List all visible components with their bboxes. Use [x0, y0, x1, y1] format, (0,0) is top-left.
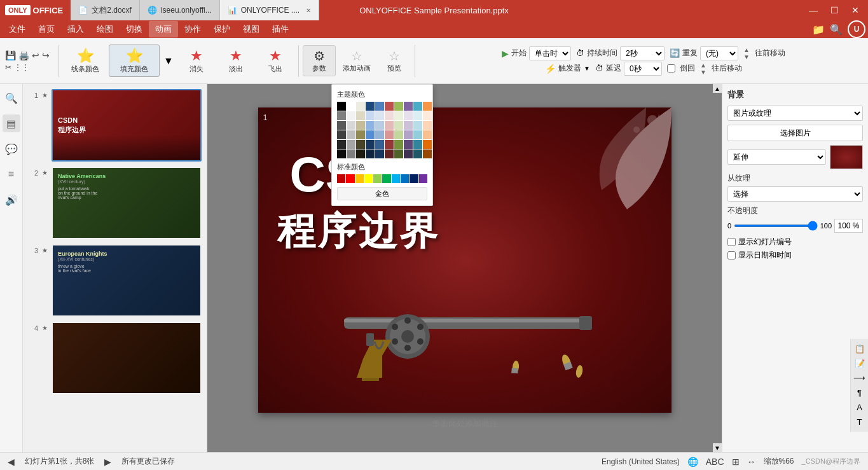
theme-color-cell[interactable] [413, 102, 422, 111]
theme-color-cell[interactable] [394, 102, 403, 111]
theme-color-cell[interactable] [404, 140, 413, 149]
standard-color-cell[interactable] [401, 174, 409, 183]
theme-color-cell[interactable] [375, 121, 384, 130]
undo-icon[interactable]: ↩ [32, 50, 39, 60]
select-image-btn[interactable]: 选择图片 [727, 125, 863, 141]
theme-color-cell[interactable] [337, 111, 346, 120]
theme-color-cell[interactable] [394, 121, 403, 130]
standard-color-cell[interactable] [355, 174, 364, 183]
tab-close-icon[interactable]: ✕ [306, 7, 311, 14]
minimize-button[interactable]: — [805, 5, 822, 15]
sidebar-header-icon[interactable]: ≡ [3, 165, 20, 183]
delay-select[interactable]: 0秒 [624, 62, 662, 76]
theme-color-cell[interactable] [366, 111, 375, 120]
theme-color-cell[interactable] [394, 130, 403, 139]
theme-color-cell[interactable] [375, 140, 384, 149]
slide-item-4[interactable]: 4 ★ [28, 322, 202, 394]
fill-color-btn[interactable]: ⭐ 填充颜色 [109, 45, 160, 77]
menu-draw[interactable]: 绘图 [90, 21, 120, 38]
right-panel-icon-4[interactable]: ¶ [857, 388, 862, 397]
theme-color-cell[interactable] [375, 149, 384, 158]
spellcheck-icon[interactable]: ABC [706, 457, 724, 467]
theme-color-cell[interactable] [347, 149, 355, 158]
opacity-input[interactable] [834, 219, 863, 233]
fill-type-select[interactable]: 图片或纹理 [727, 106, 863, 121]
theme-color-cell[interactable] [413, 121, 422, 130]
theme-color-cell[interactable] [337, 149, 346, 158]
theme-color-cell[interactable] [404, 121, 413, 130]
theme-color-cell[interactable] [423, 111, 432, 120]
print-icon[interactable]: 🖨️ [18, 50, 29, 60]
theme-color-cell[interactable] [366, 130, 375, 139]
theme-color-cell[interactable] [347, 121, 355, 130]
redo-icon[interactable]: ↪ [42, 50, 50, 60]
theme-color-cell[interactable] [337, 140, 346, 149]
theme-color-cell[interactable] [423, 121, 432, 130]
sidebar-chat-icon[interactable]: 💬 [3, 140, 20, 158]
theme-color-cell[interactable] [356, 130, 365, 139]
close-button[interactable]: ✕ [848, 5, 863, 15]
tab-web[interactable]: 🌐 iseeu.onlyoffi... [140, 0, 220, 20]
preview-btn[interactable]: ☆ 预览 [378, 45, 411, 76]
duration-select[interactable]: 2秒 [620, 46, 665, 60]
slide-item-2[interactable]: 2 ★ Native Americans (XVII century) put … [28, 167, 202, 239]
theme-color-cell[interactable] [385, 130, 394, 139]
sidebar-search-icon[interactable]: 🔍 [3, 89, 20, 107]
scroll-down-btn[interactable]: ▼ [713, 443, 722, 452]
standard-color-cell[interactable] [382, 174, 390, 183]
sidebar-speaker-icon[interactable]: 🔊 [3, 191, 20, 209]
theme-color-cell[interactable] [404, 111, 413, 120]
theme-color-cell[interactable] [413, 130, 422, 139]
theme-color-cell[interactable] [375, 111, 384, 120]
menu-collab[interactable]: 协作 [178, 21, 207, 38]
add-comment-text[interactable]: 单击此处添加批注 [432, 418, 498, 429]
theme-color-cell[interactable] [347, 102, 355, 111]
down-arrow-2-icon[interactable]: ▼ [700, 69, 706, 76]
theme-color-cell[interactable] [423, 130, 432, 139]
standard-color-cell[interactable] [364, 174, 373, 183]
disappear-btn[interactable]: ★ 消失 [177, 45, 216, 77]
next-slide-icon[interactable]: ▶ [104, 457, 111, 467]
theme-color-cell[interactable] [404, 130, 413, 139]
standard-color-cell[interactable] [337, 174, 345, 183]
standard-color-cell[interactable] [346, 174, 354, 183]
repeat-select[interactable]: (无) [700, 46, 738, 60]
standard-color-cell[interactable] [392, 174, 400, 183]
scroll-up-btn[interactable]: ▲ [713, 84, 722, 93]
theme-color-cell[interactable] [394, 111, 403, 120]
search-icon[interactable]: 🔍 [830, 24, 843, 36]
slide-thumb-1[interactable]: CSDN程序边界 [52, 89, 202, 162]
theme-color-cell[interactable] [356, 140, 365, 149]
theme-color-cell[interactable] [356, 111, 365, 120]
theme-color-cell[interactable] [375, 102, 384, 111]
theme-color-cell[interactable] [423, 102, 432, 111]
slide-item-1[interactable]: 1 ★ CSDN程序边界 [28, 89, 202, 162]
save-icon[interactable]: 💾 [5, 50, 16, 60]
theme-color-cell[interactable] [366, 121, 375, 130]
down-arrow-icon[interactable]: ▼ [743, 53, 750, 60]
slide-item-3[interactable]: 3 ★ European Knights (XII-XVI centuries)… [28, 244, 202, 317]
up-arrow-2-icon[interactable]: ▲ [700, 62, 706, 69]
theme-color-cell[interactable] [394, 149, 403, 158]
theme-color-cell[interactable] [413, 111, 422, 120]
texture-select[interactable]: 选择 [727, 186, 863, 202]
slide-thumb-4[interactable] [52, 322, 202, 394]
fit-width-icon[interactable]: ↔ [747, 457, 756, 467]
menu-plugin[interactable]: 插件 [266, 21, 295, 38]
user-avatar[interactable]: U [848, 20, 865, 38]
theme-color-cell[interactable] [394, 140, 403, 149]
theme-color-cell[interactable] [385, 149, 394, 158]
start-select[interactable]: 单击时 [529, 46, 571, 60]
standard-color-cell[interactable] [419, 174, 427, 183]
flyout-btn[interactable]: ★ 飞出 [256, 45, 294, 77]
fit-page-icon[interactable]: ⊞ [732, 457, 740, 467]
globe-icon[interactable]: 🌐 [687, 457, 698, 467]
theme-color-cell[interactable] [423, 140, 432, 149]
reverse-checkbox[interactable] [667, 64, 675, 73]
add-animation-btn[interactable]: ☆ 添加动画 [337, 45, 376, 76]
sidebar-slides-icon[interactable]: ▤ [3, 114, 20, 132]
right-panel-icon-5[interactable]: A [857, 403, 862, 412]
folder-icon[interactable]: 📁 [812, 24, 825, 36]
gold-color-btn[interactable]: 金色 [337, 187, 427, 200]
theme-color-cell[interactable] [413, 140, 422, 149]
